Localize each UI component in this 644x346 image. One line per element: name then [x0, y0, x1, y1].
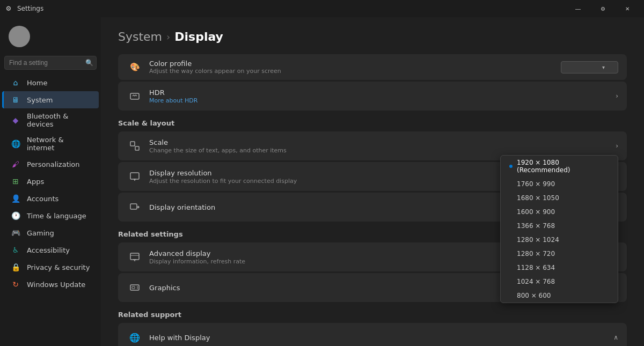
sidebar-item-update[interactable]: ↻ Windows Update — [2, 276, 99, 293]
app-body: 🔍 ⌂ Home 🖥 System ◆ Bluetooth & devices … — [0, 17, 644, 346]
gaming-icon: 🎮 — [11, 228, 20, 238]
res-option-800[interactable]: 800 × 600 — [501, 289, 618, 303]
sidebar-item-apps[interactable]: ⊞ Apps — [2, 173, 99, 190]
search-container: 🔍 — [4, 56, 97, 70]
res-label: 800 × 600 — [517, 292, 551, 299]
res-label: 1280 × 1024 — [517, 236, 559, 244]
breadcrumb-parent[interactable]: System — [118, 30, 162, 43]
sidebar-item-label: Network & internet — [27, 136, 90, 152]
scale-title: Scale — [149, 138, 616, 146]
sidebar-item-network[interactable]: 🌐 Network & internet — [2, 132, 99, 156]
breadcrumb: System › Display — [118, 30, 627, 43]
time-icon: 🕐 — [11, 211, 20, 220]
scale-text: Scale Change the size of text, apps, and… — [149, 138, 616, 154]
res-option-1366[interactable]: 1366 × 768 — [501, 219, 618, 233]
res-label: 1024 × 768 — [517, 278, 555, 285]
scale-icon — [127, 138, 143, 154]
titlebar-controls: — ⚙ ✕ — [566, 0, 640, 17]
help-header[interactable]: 🌐 Help with Display ∧ — [118, 323, 627, 346]
sidebar-item-bluetooth[interactable]: ◆ Bluetooth & devices — [2, 108, 99, 132]
color-profile-subtitle: Adjust the way colors appear on your scr… — [149, 68, 561, 75]
res-option-1680[interactable]: 1680 × 1050 — [501, 191, 618, 205]
settings-button[interactable]: ⚙ — [590, 0, 615, 17]
sidebar-item-label: System — [27, 96, 53, 104]
res-label: 1760 × 990 — [517, 180, 555, 188]
color-profile-text: Color profile Adjust the way colors appe… — [149, 60, 561, 75]
graphics-icon — [127, 279, 143, 296]
minimize-button[interactable]: — — [566, 0, 590, 17]
scale-layout-header: Scale & layout — [118, 119, 627, 127]
breadcrumb-current: Display — [174, 30, 223, 43]
display-resolution-icon — [127, 168, 143, 185]
sidebar-item-label: Bluetooth & devices — [27, 112, 90, 128]
system-icon: 🖥 — [11, 95, 20, 105]
res-label: 1280 × 720 — [517, 250, 555, 257]
sidebar-item-label: Apps — [27, 178, 44, 186]
selected-indicator — [509, 165, 513, 168]
hdr-title: HDR — [149, 89, 616, 97]
search-icon[interactable]: 🔍 — [85, 59, 93, 67]
svg-rect-13 — [132, 286, 135, 289]
sidebar-item-time[interactable]: 🕐 Time & language — [2, 207, 99, 224]
color-profile-icon: 🎨 — [127, 62, 143, 72]
sidebar-item-label: Windows Update — [27, 281, 85, 289]
app-icon: ⚙ — [4, 4, 13, 13]
help-section: 🌐 Help with Display ∧ Setting up multipl… — [118, 323, 627, 346]
res-option-1280x1024[interactable]: 1280 × 1024 — [501, 233, 618, 247]
related-support-header: Related support — [118, 311, 627, 319]
display-resolution-title: Display resolution — [149, 169, 500, 177]
help-title-text: Help with Display — [149, 334, 613, 342]
res-label: 1920 × 1080 (Recommended) — [517, 159, 609, 174]
sidebar-item-accounts[interactable]: 👤 Accounts — [2, 190, 99, 207]
hdr-subtitle[interactable]: More about HDR — [149, 97, 616, 104]
display-orientation-icon — [127, 199, 143, 215]
search-input[interactable] — [4, 56, 97, 70]
color-profile-row[interactable]: 🎨 Color profile Adjust the way colors ap… — [118, 54, 627, 80]
res-option-1280x720[interactable]: 1280 × 720 — [501, 247, 618, 261]
apps-icon: ⊞ — [11, 176, 20, 186]
svg-rect-1 — [130, 142, 135, 146]
sidebar-item-privacy[interactable]: 🔒 Privacy & security — [2, 259, 99, 276]
sidebar-item-label: Personalization — [27, 160, 80, 168]
sidebar-item-personalization[interactable]: 🖌 Personalization — [2, 156, 99, 173]
sidebar-item-label: Privacy & security — [27, 263, 90, 271]
hdr-chevron-icon: › — [616, 92, 618, 100]
network-icon: 🌐 — [11, 139, 20, 149]
hdr-icon — [127, 88, 143, 104]
sidebar-item-label: Accessibility — [27, 246, 70, 254]
color-profile-title: Color profile — [149, 60, 561, 68]
sidebar-item-gaming[interactable]: 🎮 Gaming — [2, 224, 99, 241]
scale-subtitle: Change the size of text, apps, and other… — [149, 147, 616, 154]
svg-rect-6 — [130, 204, 137, 209]
help-chevron-icon: ∧ — [613, 334, 618, 341]
sidebar-item-label: Gaming — [27, 229, 54, 237]
res-label: 1128 × 634 — [517, 264, 555, 271]
sidebar-item-accessibility[interactable]: ♿ Accessibility — [2, 241, 99, 259]
personalization-icon: 🖌 — [11, 159, 20, 169]
svg-rect-3 — [130, 173, 139, 179]
res-option-1128[interactable]: 1128 × 634 — [501, 261, 618, 275]
accounts-icon: 👤 — [11, 194, 20, 203]
color-profile-dropdown[interactable]: ▾ — [561, 61, 618, 73]
res-option-1760[interactable]: 1760 × 990 — [501, 177, 618, 191]
help-icon: 🌐 — [127, 329, 143, 345]
close-button[interactable]: ✕ — [615, 0, 640, 17]
display-resolution-text: Display resolution Adjust the resolution… — [149, 169, 500, 185]
display-resolution-subtitle: Adjust the resolution to fit your connec… — [149, 178, 500, 185]
user-avatar-area — [0, 19, 101, 54]
hdr-row[interactable]: HDR More about HDR › — [118, 82, 627, 111]
privacy-icon: 🔒 — [11, 262, 20, 272]
titlebar-title: Settings — [17, 5, 561, 12]
res-option-1024[interactable]: 1024 × 768 — [501, 275, 618, 289]
res-option-1600[interactable]: 1600 × 900 — [501, 205, 618, 219]
accessibility-icon: ♿ — [11, 245, 20, 255]
res-label: 1680 × 1050 — [517, 194, 559, 202]
hdr-text: HDR More about HDR — [149, 89, 616, 104]
sidebar-item-home[interactable]: ⌂ Home — [2, 74, 99, 91]
help-title: Help with Display — [149, 334, 613, 342]
display-resolution-row[interactable]: Display resolution Adjust the resolution… — [118, 162, 627, 191]
bluetooth-icon: ◆ — [11, 115, 20, 125]
sidebar-item-system[interactable]: 🖥 System — [2, 91, 99, 108]
res-option-1920[interactable]: 1920 × 1080 (Recommended) — [501, 156, 618, 177]
advanced-display-icon — [127, 249, 143, 265]
